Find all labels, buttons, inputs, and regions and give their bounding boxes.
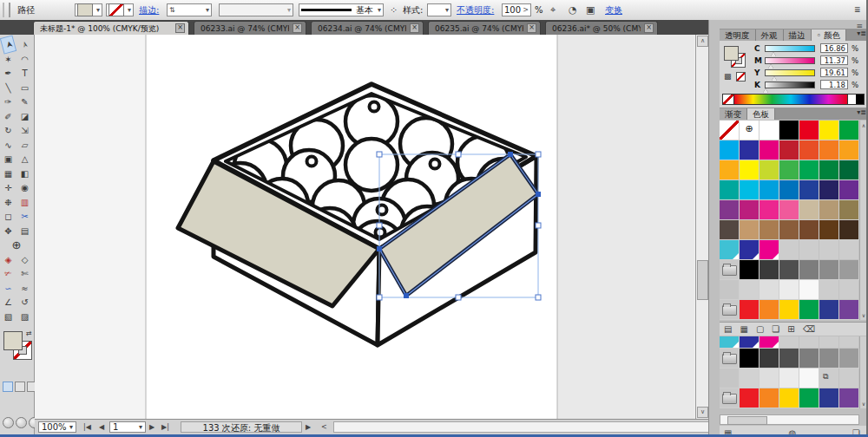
swatch[interactable] [779,180,799,200]
spectrum-gradient[interactable] [734,95,847,104]
swatch[interactable] [779,200,799,220]
swatch[interactable] [819,300,839,320]
color-spectrum-bar[interactable] [722,94,865,105]
zoom-level-combo[interactable]: 100% ▾ [38,421,76,433]
swatch[interactable] [760,369,779,388]
panel-tab-颜色[interactable]: ◦ 颜色 [812,29,847,41]
swatch[interactable] [779,280,799,300]
perspective-grid-tool[interactable]: △ [16,153,33,166]
selection-handle-hollow[interactable] [377,223,382,228]
scroll-up-button[interactable]: ∧ [697,36,708,47]
canvas-area[interactable]: ∧ ∨ [35,35,708,419]
swatch[interactable] [839,349,859,369]
channel-slider-bar[interactable] [765,82,815,88]
scroll-down-button[interactable]: ∨ [697,407,708,418]
spectrum-white-swatch[interactable] [847,95,856,104]
swatch[interactable] [819,349,839,369]
swatch-libraries-menu-button[interactable]: ▤ [724,324,732,334]
close-icon[interactable]: × [175,23,185,33]
swatch-global-color[interactable] [720,336,740,349]
swatch[interactable] [799,220,819,240]
panel-tab-描边[interactable]: 描边 [784,29,812,41]
swatch[interactable] [760,200,779,220]
print-tiling-tool[interactable]: ▤ [16,225,33,238]
panel-tab-外观[interactable]: 外观 [756,29,784,41]
selection-handle-hollow[interactable] [536,152,541,157]
selection-anchor-solid[interactable] [508,152,513,157]
swatch[interactable] [799,280,819,300]
channel-slider-bar[interactable] [765,69,815,76]
type-tool[interactable]: T [16,67,33,80]
color-group-folder-icon[interactable] [720,300,740,320]
free-transform-tool[interactable]: ▱ [16,139,33,152]
slice-tool[interactable]: ✂ [16,210,33,223]
recolor-artwork-icon[interactable]: ⁘ [390,3,398,16]
swatch[interactable] [839,200,859,220]
shape-mode-icon[interactable]: ◔ [569,3,577,16]
close-icon[interactable]: × [527,23,536,33]
swatch[interactable] [720,160,740,180]
swatch-global-color[interactable] [720,240,740,260]
swatch[interactable] [779,220,799,240]
fill-stroke-widget[interactable]: ⇄ [3,331,33,373]
swatch[interactable] [760,220,779,240]
cmyk-cube-icon[interactable]: ▩ [724,72,732,81]
fill-color-dropdown[interactable]: ▾ [75,3,102,16]
stroke-weight-spinner-icon[interactable]: ⇅ [169,3,175,16]
hand-tool[interactable]: ✥ [0,225,16,238]
swatch[interactable] [720,200,740,220]
selection-anchor-solid[interactable] [377,246,382,251]
panel-tab-渐变[interactable]: 渐变 [720,108,747,120]
paintbrush-tool[interactable]: ✑ [0,95,16,108]
selection-handle-hollow[interactable] [377,152,382,157]
control-bar-menu-icon[interactable]: ≣ [854,3,861,16]
width-profile-combo[interactable]: ▾ [219,3,293,16]
swatch[interactable] [779,121,799,140]
swatch[interactable] [720,369,740,388]
line-segment-tool[interactable]: ╲ [0,82,16,95]
swatch[interactable] [740,220,760,240]
swatches2-hscrollbar[interactable] [720,414,859,425]
delete-swatch-button[interactable]: ⌫ [803,324,815,334]
swatch[interactable] [740,200,760,220]
swatch[interactable] [799,121,819,140]
swatch[interactable] [819,200,839,220]
gradient-tool[interactable]: ◧ [16,167,33,180]
close-icon[interactable]: × [293,23,302,33]
swatch[interactable] [839,300,859,320]
swatch[interactable] [740,388,760,408]
swatch[interactable] [799,349,819,369]
blend-tool[interactable]: ◉ [16,181,33,194]
selection-handle-hollow[interactable] [456,295,461,300]
brush-definition-combo[interactable]: 基本 ▾ [299,3,384,16]
width-tool[interactable]: ∿ [0,139,16,152]
selection-tool[interactable]: ➤ [0,35,16,54]
graphic-style-combo[interactable]: ▾ [427,3,451,16]
scissors-tool[interactable]: ✄ [16,267,33,280]
swatch-global-color[interactable] [760,240,779,260]
blob-brush-tool[interactable]: ✐ [0,110,16,123]
swatch-global-color[interactable] [760,336,779,349]
swatch[interactable] [760,160,779,180]
selection-handle-hollow[interactable] [456,152,461,157]
document-tab-2[interactable]: 06233.ai @ 74% (CMYK...× [194,21,306,35]
magic-wand-tool[interactable]: ✶ [0,53,16,66]
swatch[interactable] [740,160,760,180]
swatch[interactable] [740,369,760,388]
swatch[interactable] [760,300,779,320]
selection-handle-hollow[interactable] [536,223,541,228]
close-icon[interactable]: × [644,23,654,33]
swatch[interactable] [740,300,760,320]
rectangle-tool[interactable]: ▭ [16,82,33,95]
swatch[interactable] [740,260,760,280]
selection-anchor-solid[interactable] [404,293,409,298]
vertical-scroll-thumb[interactable] [697,260,708,300]
swatch[interactable] [819,160,839,180]
fill-color-swatch[interactable] [77,3,93,16]
swatch[interactable] [839,140,859,160]
swatch[interactable] [819,180,839,200]
hscroll-thumb[interactable] [727,416,767,425]
channel-slider-bar[interactable] [765,57,815,64]
swatch[interactable] [760,349,779,369]
scale-tool[interactable]: ⇲ [16,124,33,137]
